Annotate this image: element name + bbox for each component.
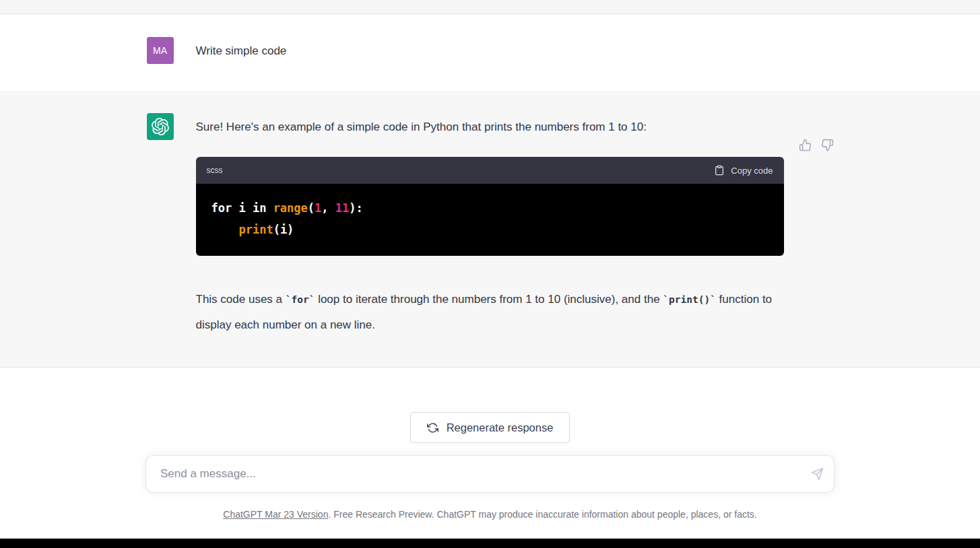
user-message-row: MA Write simple code	[0, 14, 980, 91]
footer-disclaimer: ChatGPT Mar 23 Version. Free Research Pr…	[0, 509, 980, 520]
user-message-text: Write simple code	[196, 37, 784, 59]
clipboard-icon	[714, 165, 725, 176]
thumbs-down-icon[interactable]	[821, 139, 834, 151]
code-block: scss Copy code for i in range(1, 11): pr…	[196, 157, 784, 256]
user-message-actions	[784, 37, 834, 63]
copy-code-label: Copy code	[731, 166, 773, 176]
assistant-intro-text: Sure! Here's an example of a simple code…	[196, 113, 784, 135]
assistant-message-actions	[784, 113, 834, 151]
regenerate-label: Regenerate response	[447, 421, 554, 434]
message-input[interactable]	[160, 467, 802, 481]
bottom-black-bar	[0, 539, 980, 548]
regenerate-response-button[interactable]: Regenerate response	[410, 412, 570, 443]
previous-message-strip	[0, 0, 980, 14]
user-avatar: MA	[147, 37, 174, 64]
thumbs-up-icon[interactable]	[799, 139, 812, 151]
code-language-label: scss	[207, 166, 223, 175]
message-composer	[145, 455, 835, 493]
code-content: for i in range(1, 11): print(i)	[196, 184, 784, 256]
openai-logo-icon	[152, 118, 169, 135]
assistant-avatar	[147, 113, 174, 140]
copy-code-button[interactable]: Copy code	[714, 165, 773, 176]
footer-text: . Free Research Preview. ChatGPT may pro…	[328, 509, 756, 520]
send-message-button[interactable]	[811, 468, 824, 481]
send-icon	[811, 468, 824, 481]
code-block-header: scss Copy code	[196, 157, 784, 184]
regenerate-icon	[427, 422, 438, 434]
explanation-text: This code uses a `for` loop to iterate t…	[196, 287, 784, 337]
version-link[interactable]: ChatGPT Mar 23 Version	[223, 509, 328, 520]
assistant-message-row: Sure! Here's an example of a simple code…	[0, 91, 980, 368]
bottom-area: Regenerate response ChatGPT Mar 23 Versi…	[0, 368, 980, 520]
